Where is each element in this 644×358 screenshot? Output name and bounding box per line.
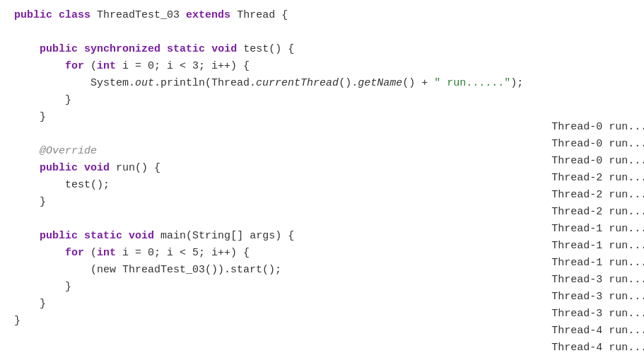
- class-name: ThreadTest_03: [97, 9, 180, 21]
- output-line-1: Thread-0 run......: [551, 119, 644, 136]
- output-line-5: Thread-2 run......: [551, 187, 644, 204]
- output-line-11: Thread-3 run......: [551, 289, 644, 306]
- code-line-11: test();: [14, 177, 523, 194]
- code-line-15: for (int i = 0; i < 5; i++) {: [14, 245, 523, 262]
- code-line-6: }: [14, 92, 523, 109]
- code-line-13: [14, 211, 523, 228]
- output-line-10: Thread-3 run......: [551, 272, 644, 289]
- parent-class: Thread: [237, 9, 275, 21]
- code-line-3: public synchronized static void test() {: [14, 41, 523, 58]
- keyword-extends: extends: [186, 9, 230, 21]
- output-line-8: Thread-1 run......: [551, 238, 644, 255]
- output-line-12: Thread-3 run......: [551, 306, 644, 323]
- brace-open: {: [281, 9, 288, 21]
- keyword-public: public: [14, 9, 52, 21]
- code-line-2: [14, 24, 523, 41]
- code-line-8: [14, 126, 523, 143]
- code-line-14: public static void main(String[] args) {: [14, 228, 523, 245]
- output-line-13: Thread-4 run......: [551, 323, 644, 340]
- code-line-12: }: [14, 194, 523, 211]
- code-line-10: public void run() {: [14, 160, 523, 177]
- code-line-7: }: [14, 109, 523, 126]
- keyword-class: class: [59, 9, 90, 21]
- code-line-4: for (int i = 0; i < 3; i++) {: [14, 58, 523, 75]
- output-line-14: Thread-4 run......: [551, 340, 644, 357]
- output-line-3: Thread-0 run......: [551, 153, 644, 170]
- code-line-17: }: [14, 279, 523, 296]
- output-line-6: Thread-2 run......: [551, 204, 644, 221]
- code-panel: public class ThreadTest_03 extends Threa…: [0, 0, 537, 358]
- output-line-4: Thread-2 run......: [551, 170, 644, 187]
- output-line-2: Thread-0 run......: [551, 136, 644, 153]
- code-line-16: (new ThreadTest_03()).start();: [14, 262, 523, 279]
- output-line-7: Thread-1 run......: [551, 221, 644, 238]
- output-panel: Thread-0 run......Thread-0 run......Thre…: [537, 0, 644, 358]
- code-line-1: public class ThreadTest_03 extends Threa…: [14, 7, 523, 24]
- output-line-9: Thread-1 run......: [551, 255, 644, 272]
- code-line-18: }: [14, 296, 523, 313]
- code-line-19: }: [14, 313, 523, 330]
- code-line-9: @Override: [14, 143, 523, 160]
- code-line-5: System.out.println(Thread.currentThread(…: [14, 75, 523, 92]
